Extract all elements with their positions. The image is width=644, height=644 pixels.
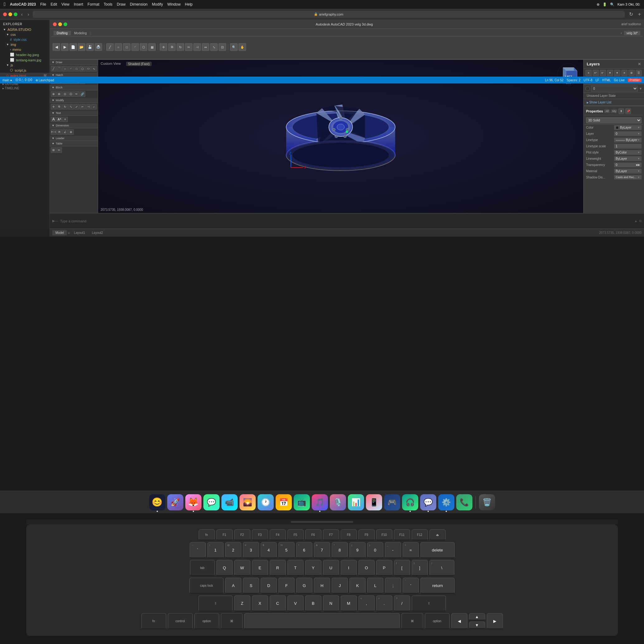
layer-current-btn[interactable]: ✦ [607, 70, 613, 76]
ribbon-btn-print[interactable]: 🖨️ [95, 43, 102, 51]
dock-messages[interactable]: 💬 [203, 494, 220, 510]
key-9[interactable]: (9 [349, 542, 366, 558]
ribbon-btn-zoom[interactable]: 🔍 [230, 43, 238, 51]
key-1[interactable]: !1 [207, 542, 224, 558]
key-t[interactable]: T [287, 560, 304, 576]
sidebar-item-style-css[interactable]: # style.css [0, 37, 50, 42]
spaces-status[interactable]: Spaces: 2 [567, 78, 580, 82]
prop-material-value[interactable]: ByLayer ▼ [614, 169, 642, 173]
layer-btn7[interactable]: ⊕ [628, 70, 635, 76]
tool-circle[interactable]: ○ [62, 66, 68, 72]
menu-autocad[interactable]: AutoCAD 2023 [10, 2, 36, 7]
dock-vscode[interactable]: ⚙️ [438, 494, 454, 510]
prop-shadow-value[interactable]: Casts and Rec... ▼ [614, 175, 642, 179]
tool-spline[interactable]: ∿ [91, 66, 97, 72]
sidebar-root[interactable]: ▼ AGRA-STUDIO [0, 27, 50, 32]
tool-insert[interactable]: ⊕ [51, 91, 56, 97]
ribbon-btn-rect[interactable]: □ [123, 43, 130, 51]
menu-file[interactable]: File [40, 2, 46, 7]
key-backslash[interactable]: |\ [429, 560, 454, 576]
tool-move[interactable]: ✛ [51, 104, 56, 110]
tab-layout1[interactable]: Layout1 [71, 230, 88, 235]
key-semicolon[interactable]: :; [385, 578, 401, 594]
autocad-fullscreen[interactable] [64, 22, 67, 26]
ribbon-btn-poly[interactable]: ⬡ [140, 43, 147, 51]
back-button[interactable]: ‹ [21, 12, 23, 17]
trans-dec[interactable]: ◀ [636, 163, 637, 166]
key-3[interactable]: #3 [243, 542, 259, 558]
key-rbracket[interactable]: }] [412, 560, 428, 576]
key-lshift[interactable]: ⇧ [198, 595, 233, 612]
key-equals[interactable]: += [403, 542, 419, 558]
key-comma[interactable]: <, [358, 595, 375, 612]
dock-facetime[interactable]: 📹 [221, 494, 238, 510]
key-y[interactable]: Y [305, 560, 321, 576]
tool-mtext[interactable]: Aᴬ [57, 117, 62, 122]
key-r[interactable]: R [270, 560, 286, 576]
sidebar-item-tentang[interactable]: ⬜ tentang-kami.jpg [0, 57, 50, 63]
key-lbracket[interactable]: {[ [394, 560, 410, 576]
sidebar-item-css[interactable]: ▼ css [0, 32, 50, 37]
key-i[interactable]: I [341, 560, 357, 576]
ribbon-btn-circle[interactable]: ○ [115, 43, 122, 51]
tool-dimlinear[interactable]: ⊢⊣ [51, 129, 56, 135]
tool-ellipse[interactable]: ⬭ [86, 66, 91, 72]
minimize-button[interactable] [8, 12, 12, 16]
menu-tools[interactable]: Tools [104, 2, 112, 7]
layer-state-item[interactable]: Unsaved Layer State [584, 93, 644, 99]
tab-modeling[interactable]: Modeling [71, 31, 90, 36]
key-fn[interactable]: fn [199, 529, 215, 541]
tool-textalign[interactable]: ≡ [62, 117, 68, 122]
key-k[interactable]: K [349, 578, 366, 594]
git-branch[interactable]: main ● [2, 78, 12, 82]
menu-dimension[interactable]: Dimension [130, 2, 148, 7]
show-layer-list-btn[interactable]: Show Layer List [584, 99, 644, 106]
key-d[interactable]: D [261, 578, 277, 594]
key-6[interactable]: ^6 [296, 542, 312, 558]
key-delete[interactable]: delete [420, 542, 455, 558]
dock-photos[interactable]: 🌄 [239, 494, 256, 510]
ribbon-btn-save[interactable]: 💾 [86, 43, 94, 51]
file-tab-velg[interactable]: velg 3d* [624, 31, 640, 36]
add-layout-btn[interactable]: + [68, 230, 70, 235]
key-up[interactable]: ▲ [469, 613, 485, 621]
apple-menu[interactable]:  [4, 2, 6, 7]
key-return[interactable]: return [420, 578, 455, 594]
ribbon-btn-mirror[interactable]: ⇔ [202, 43, 209, 51]
dock-clock[interactable]: 🕐 [258, 494, 274, 510]
key-backtick[interactable]: ~` [190, 542, 206, 558]
tool-section-text[interactable]: ▼ Text [50, 111, 98, 116]
key-space[interactable] [244, 613, 400, 629]
tool-arc[interactable]: ◜ [68, 66, 74, 72]
cursor-position[interactable]: Ln 96, Col 52 [545, 78, 564, 82]
key-c[interactable]: C [270, 595, 286, 612]
layer-btn5[interactable]: ✦ [614, 70, 620, 76]
menu-edit[interactable]: Edit [51, 2, 57, 7]
dock-remote[interactable]: 🎮 [384, 494, 400, 510]
key-o[interactable]: O [358, 560, 375, 576]
key-rshift[interactable]: ⇧ [412, 595, 446, 612]
key-f[interactable]: F [278, 578, 295, 594]
menu-modify[interactable]: Modify [152, 2, 163, 7]
tool-section-modify[interactable]: ▼ Modify [50, 98, 98, 103]
cmd-copy-icon[interactable]: ⧉ [639, 219, 642, 223]
key-f7[interactable]: F7 [323, 529, 339, 541]
tool-block[interactable]: ⊞ [57, 91, 62, 97]
key-2[interactable]: @2 [225, 542, 241, 558]
key-quote[interactable]: "' [403, 578, 419, 594]
key-f3[interactable]: F3 [252, 529, 268, 541]
menu-format[interactable]: Format [88, 2, 99, 7]
language-mode[interactable]: HTML [602, 78, 611, 82]
props-filter-all[interactable]: All [604, 109, 610, 113]
autocad-close[interactable] [53, 22, 57, 26]
key-capslock[interactable]: caps lock [189, 578, 224, 594]
key-f4[interactable]: F4 [270, 529, 286, 541]
key-8[interactable]: *8 [332, 542, 348, 558]
key-f6[interactable]: F6 [305, 529, 321, 541]
key-f5[interactable]: F5 [287, 529, 304, 541]
ribbon-btn-line[interactable]: ╱ [106, 43, 114, 51]
command-input[interactable] [60, 219, 632, 223]
tool-copy2[interactable]: ⧉ [57, 104, 62, 110]
key-s[interactable]: S [243, 578, 259, 594]
layer-btn6[interactable]: ≡ [621, 70, 627, 76]
